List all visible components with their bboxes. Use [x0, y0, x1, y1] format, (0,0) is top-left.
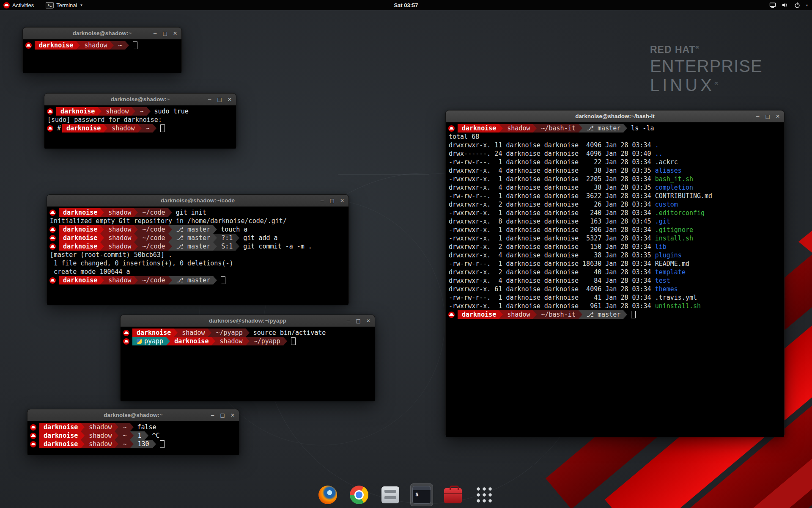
maximize-button[interactable]: □	[220, 413, 225, 418]
close-button[interactable]: ✕	[776, 114, 780, 119]
output-text: test	[655, 277, 670, 284]
powerline-separator-icon	[100, 276, 104, 284]
window-titlebar[interactable]: darknoise@shadow:~/bash-it−□✕	[446, 110, 784, 122]
clock[interactable]: Sat 03:57	[394, 2, 418, 8]
close-button[interactable]: ✕	[340, 198, 344, 203]
output-line: -rw-rw-r--. 1 darknoise darknoise 18630 …	[447, 260, 784, 268]
minimize-button[interactable]: −	[208, 97, 212, 102]
chevron-down-icon: ▼	[80, 3, 83, 7]
prompt-segment-host: shadow	[102, 107, 132, 116]
terminal-window[interactable]: darknoise@shadow:~−□✕darknoiseshadow~sud…	[44, 93, 236, 147]
powerline-separator-icon	[579, 310, 582, 319]
prompt-segment-git: ⎇ master	[172, 276, 214, 284]
typed-command: ^C	[152, 432, 160, 439]
redhat-logo-icon	[3, 2, 10, 8]
prompt-segment-git: ⎇ master	[172, 234, 214, 242]
red-ribbon-tip	[798, 231, 812, 253]
terminal-window[interactable]: darknoise@shadow:~/pyapp−□✕darknoiseshad…	[120, 315, 375, 400]
maximize-button[interactable]: □	[163, 31, 167, 36]
window-controls: −□✕	[211, 409, 235, 421]
prompt-segment-path: ~/code	[138, 225, 168, 234]
activities-button[interactable]: Activities	[3, 0, 34, 10]
window-titlebar[interactable]: darknoise@shadow:~−□✕	[23, 28, 181, 39]
output-line: -rwxrwxr-x. 1 darknoise darknoise 240 Ja…	[447, 209, 784, 217]
dock-files[interactable]	[379, 483, 402, 506]
prompt-segment-host: shadow	[503, 310, 533, 319]
terminal-window[interactable]: darknoise@shadow:~/bash-it−□✕darknoisesh…	[445, 110, 785, 436]
maximize-button[interactable]: □	[217, 97, 222, 102]
terminal-window[interactable]: darknoise@shadow:~/code−□✕darknoiseshado…	[47, 194, 349, 304]
close-button[interactable]: ✕	[366, 318, 370, 323]
powerline-separator-icon	[533, 310, 537, 319]
output-text: README.md	[655, 260, 689, 268]
maximize-button[interactable]: □	[330, 198, 335, 203]
close-button[interactable]: ✕	[173, 31, 177, 36]
powerline-separator-icon	[100, 208, 104, 217]
system-menu-caret-icon[interactable]: ▾	[806, 3, 808, 7]
window-titlebar[interactable]: darknoise@shadow:~/pyapp−□✕	[121, 315, 375, 327]
output-line: [master (root-commit) 50bcb63] .	[48, 251, 348, 259]
volume-icon[interactable]	[782, 2, 788, 8]
dock-firefox[interactable]	[316, 483, 339, 506]
dock-toolbox[interactable]	[442, 483, 464, 506]
powerline-separator-icon	[236, 234, 239, 242]
power-icon[interactable]	[794, 2, 801, 8]
powerline-separator-icon	[168, 234, 172, 242]
distro-icon	[448, 125, 455, 132]
output-text: -rwxrwxr-x. 1 darknoise darknoise 240 Ja…	[449, 209, 655, 217]
prompt-segment-git: ⎇ master	[582, 310, 624, 319]
window-titlebar[interactable]: darknoise@shadow:~−□✕	[27, 409, 239, 421]
terminal-window[interactable]: darknoise@shadow:~−□✕darknoiseshadow~fal…	[27, 409, 239, 454]
terminal-icon: $	[412, 486, 431, 504]
maximize-button[interactable]: □	[356, 318, 361, 323]
app-menu-button[interactable]: >_ Terminal ▼	[46, 0, 83, 10]
terminal-content[interactable]: darknoiseshadow~/pyappsource bin/activat…	[121, 327, 375, 401]
output-text: drwxrwxr-x. 61 darknoise darknoise 4096 …	[449, 285, 655, 293]
prompt-segment-user: darknoise	[170, 337, 211, 345]
close-button[interactable]: ✕	[230, 413, 235, 418]
output-text: aliases	[655, 167, 682, 174]
terminal-content[interactable]: darknoiseshadow~falsedarknoiseshadow~1^C…	[27, 421, 239, 455]
prompt-segment-user: darknoise	[62, 124, 104, 133]
minimize-button[interactable]: −	[320, 198, 324, 203]
prompt-line: darknoiseshadow~/codegit init	[48, 208, 348, 217]
minimize-button[interactable]: −	[153, 31, 157, 36]
distro-icon	[123, 330, 129, 336]
terminal-window[interactable]: darknoise@shadow:~−□✕darknoiseshadow~	[22, 27, 182, 72]
prompt-segment-path: ~	[118, 423, 129, 431]
powerline-separator-icon	[283, 337, 287, 345]
files-icon	[381, 486, 399, 503]
output-line: drwxrwxr-x. 4 darknoise darknoise 38 Jan…	[447, 166, 784, 175]
powerline-separator-icon	[115, 440, 118, 448]
dock-chrome[interactable]	[348, 483, 370, 506]
close-button[interactable]: ✕	[228, 97, 232, 102]
output-text: themes	[655, 285, 678, 293]
prompt-segment-host: shadow	[503, 124, 533, 133]
minimize-button[interactable]: −	[756, 114, 760, 119]
dock-app-grid[interactable]	[473, 483, 496, 506]
terminal-content[interactable]: darknoiseshadow~	[23, 39, 181, 73]
powerline-separator-icon	[134, 208, 138, 217]
dock-terminal[interactable]: $	[410, 483, 433, 506]
maximize-button[interactable]: □	[765, 114, 770, 119]
terminal-content[interactable]: darknoiseshadow~/codegit initInitialized…	[47, 207, 348, 305]
output-text: .travis.yml	[655, 294, 697, 301]
display-icon[interactable]	[769, 2, 776, 8]
powerline-separator-icon	[81, 440, 85, 448]
distro-icon	[49, 210, 56, 216]
prompt-line: darknoiseshadow~/code⎇ master	[48, 276, 348, 284]
window-titlebar[interactable]: darknoise@shadow:~/code−□✕	[47, 195, 348, 207]
window-titlebar[interactable]: darknoise@shadow:~−□✕	[44, 94, 236, 105]
powerline-separator-icon	[213, 276, 217, 284]
prompt-segment-user: darknoise	[458, 310, 499, 319]
output-text: 1 file changed, 0 insertions(+), 0 delet…	[50, 260, 233, 267]
minimize-button[interactable]: −	[211, 413, 215, 418]
brand-linux: LINUX®	[650, 76, 763, 95]
terminal-content[interactable]: darknoiseshadow~sudo true[sudo] password…	[44, 105, 236, 149]
terminal-content[interactable]: darknoiseshadow~/bash-it⎇ masterls -lato…	[446, 122, 784, 437]
output-text: .git	[655, 218, 670, 225]
minimize-button[interactable]: −	[346, 318, 351, 323]
chrome-icon	[350, 486, 368, 504]
powerline-separator-icon	[147, 107, 151, 116]
typed-command: source bin/activate	[253, 329, 326, 337]
